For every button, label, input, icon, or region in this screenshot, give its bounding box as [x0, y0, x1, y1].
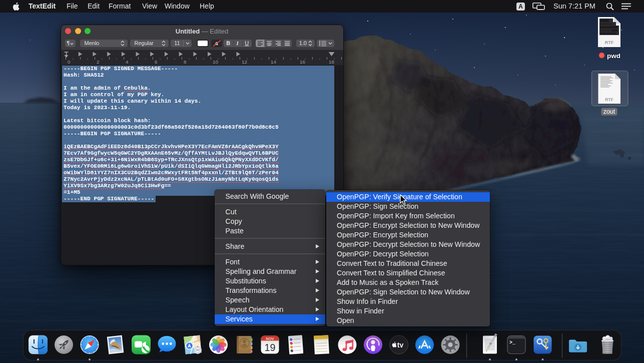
svg-text:zout: zout	[603, 108, 615, 115]
svg-text:10: 10	[212, 59, 218, 65]
svg-text:14: 14	[270, 59, 276, 65]
svg-text:RTF: RTF	[605, 40, 614, 45]
svg-text:pwd: pwd	[607, 52, 620, 60]
svg-text:6: 6	[154, 59, 157, 65]
svg-text:0: 0	[67, 59, 70, 65]
svg-text:12: 12	[241, 59, 247, 65]
svg-text:18: 18	[328, 59, 334, 65]
svg-text:tv: tv	[397, 341, 404, 349]
svg-text:2: 2	[96, 59, 99, 65]
svg-text:16: 16	[299, 59, 305, 65]
svg-text:4: 4	[125, 59, 128, 65]
svg-text:19: 19	[264, 341, 275, 352]
svg-text:RTF: RTF	[605, 97, 613, 102]
svg-text:8: 8	[183, 59, 186, 65]
svg-text:>_: >_	[509, 339, 516, 345]
svg-text:NOV: NOV	[266, 336, 274, 340]
svg-text:3D: 3D	[196, 348, 200, 351]
